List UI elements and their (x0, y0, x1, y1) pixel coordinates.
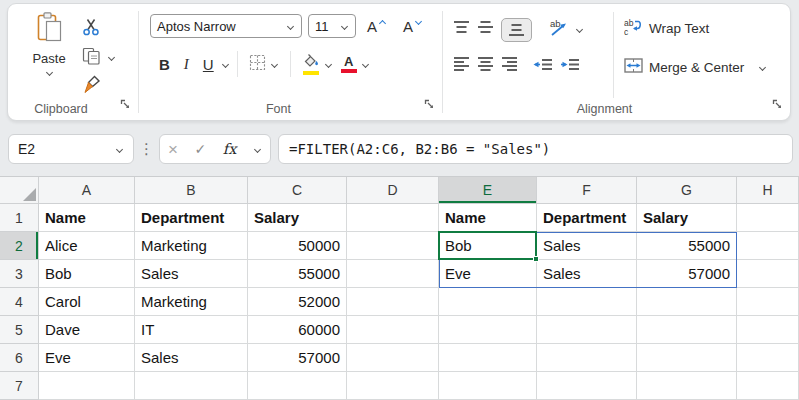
row-header-6[interactable]: 6 (0, 344, 39, 372)
cell-E2[interactable]: Bob (439, 232, 537, 260)
cell-G2[interactable]: 55000 (637, 232, 737, 260)
cell-C3[interactable]: 55000 (248, 260, 347, 288)
wrap-text-button[interactable]: ab c Wrap Text (624, 18, 709, 38)
formula-input[interactable]: =FILTER(A2:C6, B2:B6 = "Sales") (278, 134, 793, 164)
column-header-A[interactable]: A (39, 177, 135, 204)
alignment-dialog-launcher-icon[interactable] (772, 96, 783, 114)
cell-H3[interactable] (737, 260, 799, 288)
align-center-button[interactable] (477, 56, 494, 76)
cell-C2[interactable]: 50000 (248, 232, 347, 260)
column-header-H[interactable]: H (737, 177, 799, 204)
middle-align-button[interactable] (477, 20, 494, 40)
decrease-indent-button[interactable] (533, 57, 553, 76)
insert-function-button[interactable]: fx (223, 141, 237, 157)
row-header-7[interactable]: 7 (0, 372, 39, 400)
cell-A1[interactable]: Name (39, 204, 135, 232)
cell-G5[interactable] (637, 316, 737, 344)
cell-F2[interactable]: Sales (537, 232, 637, 260)
cell-D4[interactable] (347, 288, 439, 316)
cell-E7[interactable] (439, 372, 537, 400)
cell-A5[interactable]: Dave (39, 316, 135, 344)
cell-A6[interactable]: Eve (39, 344, 135, 372)
cell-B7[interactable] (135, 372, 248, 400)
cell-C1[interactable]: Salary (248, 204, 347, 232)
cell-D1[interactable] (347, 204, 439, 232)
cancel-button[interactable]: × (168, 141, 178, 158)
cell-D7[interactable] (347, 372, 439, 400)
row-header-5[interactable]: 5 (0, 316, 39, 344)
borders-button[interactable] (245, 52, 283, 77)
fx-chevron-icon[interactable] (253, 146, 262, 153)
cell-D2[interactable] (347, 232, 439, 260)
formula-bar-dots-icon[interactable]: ⋮ (134, 140, 159, 158)
cell-G3[interactable]: 57000 (637, 260, 737, 288)
align-right-button[interactable] (501, 56, 518, 76)
cell-E5[interactable] (439, 316, 537, 344)
cell-B2[interactable]: Marketing (135, 232, 248, 260)
cut-button[interactable] (82, 14, 116, 43)
cell-B5[interactable]: IT (135, 316, 248, 344)
format-painter-button[interactable] (82, 72, 116, 101)
paste-dropdown-chevron-icon[interactable] (45, 69, 54, 76)
cell-A3[interactable]: Bob (39, 260, 135, 288)
cell-D5[interactable] (347, 316, 439, 344)
cell-E6[interactable] (439, 344, 537, 372)
cell-C6[interactable]: 57000 (248, 344, 347, 372)
cell-B4[interactable]: Marketing (135, 288, 248, 316)
cell-C7[interactable] (248, 372, 347, 400)
font-name-combobox[interactable]: Aptos Narrow (150, 14, 302, 38)
merge-center-button[interactable]: Merge & Center (624, 58, 767, 76)
cell-G1[interactable]: Salary (637, 204, 737, 232)
cell-H7[interactable] (737, 372, 799, 400)
font-size-combobox[interactable]: 11 (308, 14, 356, 38)
italic-button[interactable]: I (177, 54, 196, 75)
cell-C5[interactable]: 60000 (248, 316, 347, 344)
cell-F4[interactable] (537, 288, 637, 316)
cell-D6[interactable] (347, 344, 439, 372)
decrease-font-size-button[interactable]: A (398, 16, 428, 37)
underline-dropdown-chevron-icon[interactable] (221, 61, 230, 68)
cell-H5[interactable] (737, 316, 799, 344)
row-header-4[interactable]: 4 (0, 288, 39, 316)
cell-D3[interactable] (347, 260, 439, 288)
column-header-B[interactable]: B (135, 177, 248, 204)
cell-F6[interactable] (537, 344, 637, 372)
font-color-button[interactable]: A (337, 53, 374, 75)
cell-B1[interactable]: Department (135, 204, 248, 232)
cell-F3[interactable]: Sales (537, 260, 637, 288)
top-align-button[interactable] (453, 20, 470, 40)
clipboard-dialog-launcher-icon[interactable] (120, 96, 131, 114)
increase-indent-button[interactable] (560, 57, 580, 76)
cell-F1[interactable]: Department (537, 204, 637, 232)
copy-button[interactable] (82, 43, 116, 72)
row-header-2[interactable]: 2 (0, 232, 39, 260)
column-header-F[interactable]: F (537, 177, 637, 204)
cell-H4[interactable] (737, 288, 799, 316)
cell-E1[interactable]: Name (439, 204, 537, 232)
select-all-corner[interactable] (0, 177, 39, 204)
cell-G6[interactable] (637, 344, 737, 372)
enter-button[interactable]: ✓ (195, 141, 207, 157)
column-header-G[interactable]: G (637, 177, 737, 204)
cell-A7[interactable] (39, 372, 135, 400)
font-dialog-launcher-icon[interactable] (424, 96, 435, 114)
align-left-button[interactable] (453, 56, 470, 76)
cell-C4[interactable]: 52000 (248, 288, 347, 316)
cell-F7[interactable] (537, 372, 637, 400)
bottom-align-button-selected[interactable] (501, 18, 532, 42)
cell-A2[interactable]: Alice (39, 232, 135, 260)
name-box[interactable]: E2 (8, 134, 134, 164)
cell-H6[interactable] (737, 344, 799, 372)
column-header-C[interactable]: C (248, 177, 347, 204)
cell-B6[interactable]: Sales (135, 344, 248, 372)
cell-B3[interactable]: Sales (135, 260, 248, 288)
paste-button[interactable]: Paste (22, 12, 76, 106)
bold-button[interactable]: B (152, 54, 177, 75)
orientation-button[interactable]: ab (545, 16, 588, 43)
copy-dropdown-chevron-icon[interactable] (107, 54, 116, 61)
increase-font-size-button[interactable]: A (362, 16, 392, 37)
cell-H2[interactable] (737, 232, 799, 260)
cell-E4[interactable] (439, 288, 537, 316)
underline-button[interactable]: U (196, 54, 221, 75)
cell-A4[interactable]: Carol (39, 288, 135, 316)
